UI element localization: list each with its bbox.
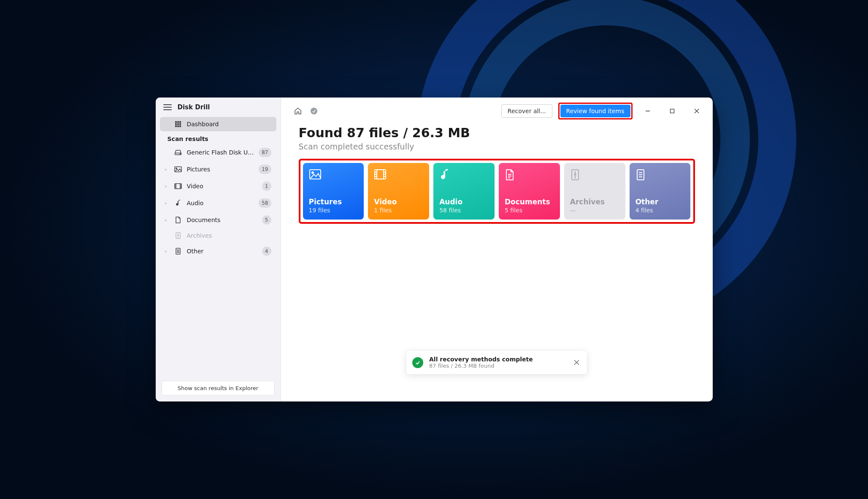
home-icon[interactable] — [293, 106, 303, 116]
count-badge: 4 — [262, 247, 271, 256]
sidebar: Disk Drill Dashboard Scan results Generi… — [156, 98, 281, 401]
card-audio[interactable]: Audio 58 files — [433, 163, 495, 220]
count-badge: 5 — [262, 215, 271, 225]
video-icon — [374, 169, 423, 180]
drive-icon — [174, 149, 182, 155]
topbar: Recover all... Review found items — [281, 98, 713, 123]
svg-rect-31 — [670, 109, 674, 113]
other-icon — [174, 248, 182, 255]
toast-close-icon[interactable] — [572, 358, 581, 367]
nav-label: Archives — [187, 232, 271, 239]
image-icon — [309, 169, 358, 180]
review-found-items-highlight: Review found items — [558, 103, 633, 119]
nav-label: Video — [187, 183, 257, 190]
main-area: Recover all... Review found items Found … — [281, 98, 713, 401]
card-sub: — — [570, 207, 619, 214]
card-documents[interactable]: Documents 5 files — [499, 163, 560, 220]
card-pictures[interactable]: Pictures 19 files — [303, 163, 364, 220]
hamburger-icon[interactable] — [163, 104, 172, 110]
audio-icon — [174, 200, 182, 206]
nav-other[interactable]: › Other 4 — [160, 243, 276, 260]
show-in-explorer-button[interactable]: Show scan results in Explorer — [162, 381, 275, 396]
grid-icon — [174, 121, 182, 127]
minimize-icon[interactable] — [638, 105, 657, 117]
close-icon[interactable] — [687, 105, 706, 117]
svg-rect-3 — [175, 123, 177, 125]
check-icon — [412, 357, 423, 368]
maximize-icon[interactable] — [663, 105, 681, 117]
card-sub: 1 files — [374, 207, 423, 214]
svg-rect-2 — [179, 121, 181, 123]
svg-point-35 — [312, 172, 314, 174]
card-archives[interactable]: Archives — — [564, 163, 625, 220]
app-title: Disk Drill — [178, 103, 210, 111]
nav-label: Generic Flash Disk USB D... — [187, 149, 254, 156]
archive-icon — [174, 232, 182, 239]
nav-label: Dashboard — [187, 121, 271, 127]
toast-title: All recovery methods complete — [429, 356, 566, 363]
image-icon — [174, 166, 182, 172]
nav-disk[interactable]: Generic Flash Disk USB D... 87 — [160, 144, 276, 161]
nav-label: Other — [187, 248, 257, 255]
page-title: Found 87 files / 26.3 MB — [299, 125, 695, 140]
other-icon — [635, 169, 685, 181]
sidebar-header: Disk Drill — [156, 98, 281, 115]
svg-point-29 — [311, 108, 317, 114]
svg-rect-1 — [177, 121, 179, 123]
card-title: Video — [374, 198, 423, 206]
card-title: Pictures — [309, 198, 358, 206]
archive-icon — [570, 169, 619, 181]
svg-rect-7 — [177, 125, 179, 127]
nav-label: Documents — [187, 217, 257, 223]
svg-rect-4 — [177, 123, 179, 125]
toast-notification: All recovery methods complete 87 files /… — [406, 350, 587, 374]
card-other[interactable]: Other 4 files — [630, 163, 691, 220]
svg-rect-6 — [175, 125, 177, 127]
toast-subtitle: 87 files / 26.3 MB found — [429, 363, 566, 369]
nav-audio[interactable]: › Audio 58 — [160, 195, 276, 212]
svg-rect-5 — [179, 123, 181, 125]
chevron-right-icon: › — [165, 217, 169, 223]
card-title: Archives — [570, 198, 619, 206]
video-icon — [174, 183, 182, 189]
nav-documents[interactable]: › Documents 5 — [160, 212, 276, 228]
section-scan-results: Scan results — [160, 131, 276, 144]
document-icon — [174, 217, 182, 223]
card-title: Other — [635, 198, 685, 206]
check-status-icon[interactable] — [309, 106, 319, 116]
chevron-right-icon: › — [165, 201, 169, 206]
card-sub: 58 files — [439, 207, 489, 214]
svg-point-24 — [178, 235, 178, 236]
audio-icon — [439, 169, 489, 181]
document-icon — [505, 169, 554, 181]
svg-rect-8 — [179, 125, 181, 127]
svg-rect-0 — [175, 121, 177, 123]
review-found-items-button[interactable]: Review found items — [560, 105, 630, 117]
category-cards-highlight: Pictures 19 files Video 1 files — [299, 159, 695, 224]
chevron-right-icon: › — [165, 167, 169, 172]
count-badge: 19 — [259, 165, 271, 174]
svg-point-50 — [574, 174, 576, 175]
svg-point-10 — [180, 154, 180, 154]
count-badge: 58 — [259, 198, 271, 208]
card-video[interactable]: Video 1 files — [368, 163, 429, 220]
count-badge: 87 — [259, 148, 271, 157]
card-title: Documents — [505, 198, 554, 206]
page-subtitle: Scan completed successfully — [299, 142, 695, 151]
count-badge: 1 — [262, 182, 271, 191]
card-title: Audio — [439, 198, 489, 206]
nav-archives[interactable]: Archives — [160, 228, 276, 243]
nav-video[interactable]: › Video 1 — [160, 178, 276, 195]
card-sub: 5 files — [505, 207, 554, 214]
nav-label: Audio — [187, 200, 254, 206]
recover-all-button[interactable]: Recover all... — [501, 104, 552, 118]
nav-dashboard[interactable]: Dashboard — [160, 117, 276, 131]
chevron-right-icon: › — [165, 184, 169, 189]
nav-pictures[interactable]: › Pictures 19 — [160, 161, 276, 178]
chevron-right-icon: › — [165, 249, 169, 254]
card-sub: 19 files — [309, 207, 358, 214]
nav-label: Pictures — [187, 166, 254, 173]
svg-point-12 — [176, 168, 176, 169]
card-sub: 4 files — [635, 207, 685, 214]
app-window: Disk Drill Dashboard Scan results Generi… — [156, 98, 713, 401]
